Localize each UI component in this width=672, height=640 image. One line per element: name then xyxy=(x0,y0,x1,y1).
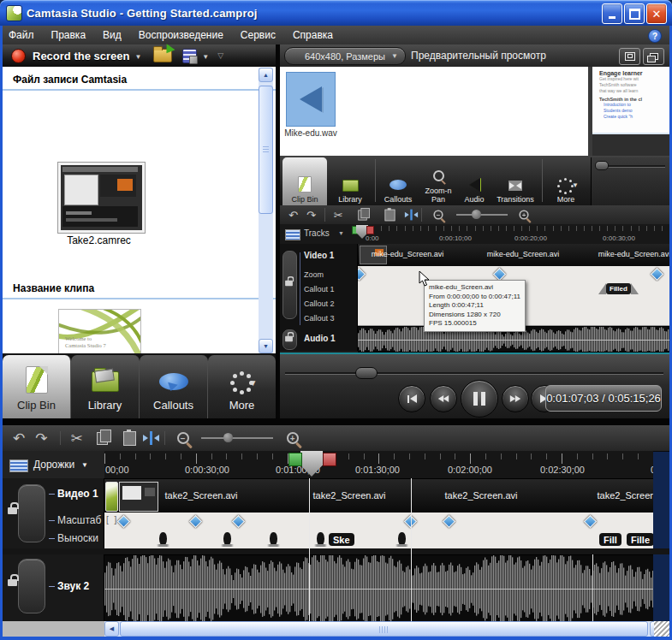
minimize-icon xyxy=(609,16,616,19)
menu-help[interactable]: Справка xyxy=(284,26,342,44)
audio-track-handle[interactable] xyxy=(18,559,45,613)
record-dropdown-arrow-icon[interactable]: ▼ xyxy=(134,53,141,61)
clip-bin-icon xyxy=(26,366,48,394)
fullscreen-button[interactable] xyxy=(619,48,640,65)
scrollbar-gutter xyxy=(3,621,104,637)
inner-timeline-ruler: Tracks ▼ 0:00 0:00:10;00 0:00:20;00 0:00… xyxy=(280,224,669,245)
close-button[interactable]: ✕ xyxy=(646,3,667,24)
selection-start-marker[interactable] xyxy=(288,453,302,466)
menu-view[interactable]: Вид xyxy=(94,26,130,44)
library-icon xyxy=(92,371,119,392)
inner-tab-transitions: Transitions xyxy=(492,157,538,207)
tab-label: Clip Bin xyxy=(17,399,56,412)
zoom-slider-knob[interactable] xyxy=(223,433,233,442)
scrollbar-thumb[interactable] xyxy=(120,621,648,637)
inner-zoom-in-icon: + xyxy=(519,210,528,219)
zoom-keyframe-diamond xyxy=(651,268,664,281)
tracks-dropdown-arrow-icon[interactable]: ▼ xyxy=(81,461,88,469)
menu-play[interactable]: Воспроизведение xyxy=(130,26,232,44)
title-bar[interactable]: Camtasia Studio - Getting Started.campro… xyxy=(0,0,672,26)
pause-button[interactable] xyxy=(461,380,498,418)
preview-size-dropdown[interactable]: 640x480, Размеры ▼ xyxy=(284,47,406,65)
toolbar-overflow-chevron-icon[interactable]: ▽ xyxy=(217,51,223,60)
clip-title-thumbnail[interactable]: Welcome to Camtasia Studio 7 xyxy=(58,309,141,353)
detach-icon xyxy=(650,53,658,60)
redo-button[interactable]: ↷ xyxy=(35,431,47,446)
callout-item[interactable]: Fille xyxy=(627,533,653,546)
callout-marker[interactable] xyxy=(398,532,406,546)
zoom-out-button[interactable]: − xyxy=(177,432,189,444)
callout-item[interactable]: Ske xyxy=(329,533,354,546)
tracks-dropdown[interactable]: Дорожки xyxy=(33,459,74,471)
detach-preview-button[interactable] xyxy=(643,48,664,65)
callout-marker[interactable] xyxy=(159,532,167,546)
fast-forward-button[interactable] xyxy=(502,385,529,412)
copy-button[interactable] xyxy=(97,432,108,445)
speaker-icon xyxy=(300,86,322,112)
scrollbar-thumb[interactable] xyxy=(259,86,273,214)
cut-button[interactable]: ✂ xyxy=(71,431,83,446)
callouts-track[interactable]: Ske Fill Fille xyxy=(104,530,653,549)
callout-marker[interactable] xyxy=(270,532,277,546)
rewind-button[interactable] xyxy=(430,385,457,412)
inner-zoom-slider xyxy=(456,214,508,216)
import-media-button[interactable] xyxy=(153,49,172,62)
playhead-line xyxy=(309,478,310,621)
menu-file[interactable]: Файл xyxy=(0,26,43,44)
go-to-start-button[interactable] xyxy=(398,385,425,412)
seek-bar[interactable] xyxy=(285,372,663,375)
zoom-keyframe-diamond[interactable] xyxy=(232,515,246,529)
inner-audio-lock-icon xyxy=(285,336,293,341)
timeline-ruler[interactable]: 00;00 0:00:30;00 0:01:00;00 0:01:30;00 0… xyxy=(104,451,653,479)
wav-file-label: Mike-edu.wav xyxy=(280,128,342,138)
track-group-handle[interactable] xyxy=(18,484,45,542)
zoom-keyframe-diamond[interactable] xyxy=(584,515,598,529)
record-screen-button[interactable]: Record the screen xyxy=(33,50,129,62)
tab-library[interactable]: Library xyxy=(71,355,140,418)
scroll-up-icon[interactable]: ▲ xyxy=(259,68,273,82)
produce-dropdown-arrow-icon[interactable]: ▼ xyxy=(202,53,209,61)
zoom-slider[interactable] xyxy=(201,437,273,439)
zoom-track-label: Масштаб xyxy=(57,514,101,526)
zoom-keyframe-diamond xyxy=(358,268,366,281)
tab-more[interactable]: ▼ More xyxy=(208,355,276,418)
camrec-label: Take2.camrec xyxy=(37,234,161,246)
seek-knob[interactable] xyxy=(355,367,378,379)
minimize-button[interactable] xyxy=(602,3,622,24)
audio-track[interactable] xyxy=(104,554,653,622)
zoom-track[interactable]: [ ] xyxy=(104,513,653,531)
selection-end-marker[interactable] xyxy=(323,453,336,466)
callout-marker[interactable] xyxy=(223,532,231,546)
menu-edit[interactable]: Правка xyxy=(43,26,95,44)
tracks-dropdown-area: Дорожки ▼ xyxy=(3,451,105,478)
paste-button[interactable] xyxy=(123,431,136,446)
menu-tools[interactable]: Сервис xyxy=(232,26,284,44)
scroll-left-icon[interactable]: ◀ xyxy=(104,621,119,637)
tab-callouts[interactable]: Callouts xyxy=(140,355,208,418)
zoom-keyframe-diamond[interactable] xyxy=(117,515,131,529)
scroll-down-icon[interactable]: ▼ xyxy=(259,339,273,353)
group-lock-icon[interactable] xyxy=(8,507,17,514)
inner-tab-more: ▼ More xyxy=(545,157,586,207)
zoom-keyframe-diamond[interactable] xyxy=(189,515,203,529)
zoom-keyframe-diamond[interactable] xyxy=(443,515,456,529)
inner-task-tabs: Clip Bin Library Callouts Zoom-n Pan Aud… xyxy=(280,156,669,207)
help-icon[interactable]: ? xyxy=(648,29,662,43)
maximize-button[interactable] xyxy=(624,3,645,24)
audio-lock-icon[interactable] xyxy=(8,579,17,586)
produce-share-button[interactable] xyxy=(182,49,197,63)
audio-track-header: Звук 2 xyxy=(3,548,104,621)
import-arrow-icon xyxy=(163,44,175,56)
resize-grip[interactable] xyxy=(654,621,669,637)
callout-marker[interactable] xyxy=(317,532,324,546)
zoom-in-button[interactable]: + xyxy=(287,432,299,444)
clip-bin-scrollbar[interactable]: ▲ ▼ xyxy=(259,68,273,353)
callout-item[interactable]: Fill xyxy=(599,533,621,546)
timeline-scrollbar[interactable]: ◀ ▶ xyxy=(104,621,666,637)
tab-clip-bin[interactable]: Clip Bin xyxy=(3,355,71,418)
video-track[interactable]: take2_Screen.avi take2_Screen.avi take2_… xyxy=(104,478,653,514)
audio-clip-boundary xyxy=(592,554,593,621)
split-button[interactable] xyxy=(150,431,152,445)
preview-canvas[interactable]: Mike-edu.wav Engage learner Get inspired… xyxy=(280,67,669,353)
undo-button[interactable]: ↶ xyxy=(13,431,25,446)
